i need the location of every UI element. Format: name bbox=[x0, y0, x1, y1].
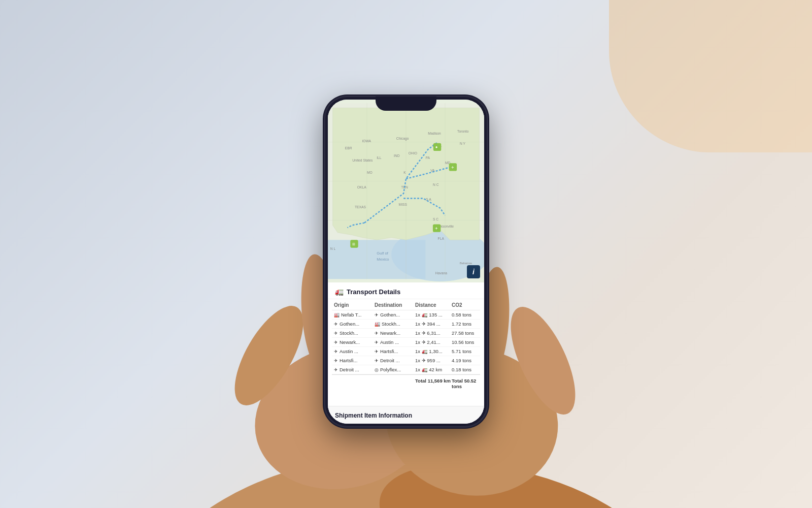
svg-text:K: K bbox=[403, 171, 406, 174]
map-info-button[interactable]: i bbox=[467, 265, 480, 278]
cell-co2-1: 0.58 tons bbox=[452, 312, 482, 318]
cell-origin-3: ✈ Stockh... bbox=[334, 330, 375, 336]
col-co2: CO2 bbox=[452, 302, 482, 308]
phone: EBR IOWA Chicago Madison Detr... Toronto… bbox=[325, 97, 487, 427]
svg-text:N C: N C bbox=[433, 183, 439, 186]
cell-co2-5: 5.71 tons bbox=[452, 348, 482, 354]
cell-dist-1: 1x 🚛 135 ... bbox=[415, 312, 452, 318]
origin-icon-6: ✈ bbox=[334, 358, 338, 363]
svg-text:EBR: EBR bbox=[345, 146, 352, 150]
origin-icon-5: ✈ bbox=[334, 349, 338, 354]
cell-dist-6: 1x ✈ 959 ... bbox=[415, 358, 452, 363]
cell-dist-7: 1x 🚛 42 km bbox=[415, 367, 452, 372]
cell-dest-3: ✈ Newark... bbox=[375, 330, 415, 336]
dest-icon-7: ◎ bbox=[375, 367, 379, 372]
cell-co2-3: 27.58 tons bbox=[452, 330, 482, 336]
cell-origin-2: ✈ Gothen... bbox=[334, 321, 375, 327]
table-row: ✈ Gothen... 🏭 Stockh... 1x ✈ 394 ... bbox=[332, 320, 480, 329]
dest-icon-6: ✈ bbox=[375, 358, 379, 363]
svg-text:FLA: FLA bbox=[438, 237, 445, 240]
total-distance: Total 11,569 km bbox=[415, 378, 452, 389]
transport-header-icon: 🚛 bbox=[335, 288, 344, 296]
svg-text:●: ● bbox=[435, 145, 438, 149]
col-distance: Distance bbox=[415, 302, 452, 308]
svg-text:OHIO: OHIO bbox=[409, 151, 417, 155]
svg-text:S C: S C bbox=[433, 217, 438, 221]
svg-text:N L: N L bbox=[330, 247, 336, 250]
cell-origin-6: ✈ Hartsfi... bbox=[334, 358, 375, 363]
cell-dest-6: ✈ Detroit ... bbox=[375, 358, 415, 363]
table-row: ✈ Austin ... ✈ Hartsfi... 1x 🚛 1,30... bbox=[332, 347, 480, 356]
svg-text:⊞: ⊞ bbox=[352, 242, 355, 246]
map-area: EBR IOWA Chicago Madison Detr... Toronto… bbox=[328, 100, 484, 282]
table-row: ✈ Hartsfi... ✈ Detroit ... 1x ✈ 959 ... bbox=[332, 356, 480, 365]
map-svg: EBR IOWA Chicago Madison Detr... Toronto… bbox=[328, 100, 484, 282]
table-row: ✈ Detroit ... ◎ Polyflex... 1x 🚛 42 km bbox=[332, 365, 480, 374]
origin-icon-7: ✈ bbox=[334, 367, 338, 372]
phone-notch bbox=[376, 97, 436, 111]
phone-screen: EBR IOWA Chicago Madison Detr... Toronto… bbox=[328, 100, 484, 424]
svg-text:Chicago: Chicago bbox=[396, 137, 409, 141]
cell-origin-7: ✈ Detroit ... bbox=[334, 367, 375, 372]
col-destination: Destination bbox=[375, 302, 415, 308]
cell-origin-5: ✈ Austin ... bbox=[334, 348, 375, 354]
svg-text:MO: MO bbox=[367, 171, 373, 174]
cell-dist-3: 1x ✈ 6,31... bbox=[415, 330, 452, 336]
cell-dist-5: 1x 🚛 1,30... bbox=[415, 348, 452, 354]
table-row: ✈ Stockh... ✈ Newark... 1x ✈ 6,31... bbox=[332, 329, 480, 338]
table-row: ✈ Newark... ✈ Austin ... 1x ✈ 2,41... bbox=[332, 338, 480, 347]
transport-header: 🚛 Transport Details bbox=[328, 282, 484, 299]
info-icon: i bbox=[472, 268, 475, 276]
cell-dist-4: 1x ✈ 2,41... bbox=[415, 339, 452, 345]
cell-dist-2: 1x ✈ 394 ... bbox=[415, 321, 452, 327]
origin-icon-3: ✈ bbox=[334, 331, 338, 336]
table-row: 🏭 Nefab T... ✈ Gothen... 1x 🚛 135 ... bbox=[332, 310, 480, 320]
svg-text:MISS: MISS bbox=[399, 203, 408, 206]
cell-origin-4: ✈ Newark... bbox=[334, 339, 375, 345]
transport-header-text: Transport Details bbox=[347, 288, 400, 296]
cell-co2-7: 0.18 tons bbox=[452, 367, 482, 372]
transport-panel: 🚛 Transport Details Origin Destination D… bbox=[328, 282, 484, 424]
svg-text:PA: PA bbox=[426, 156, 430, 160]
cell-co2-4: 10.56 tons bbox=[452, 339, 482, 345]
dest-icon-1: ✈ bbox=[375, 312, 379, 318]
dest-icon-5: ✈ bbox=[375, 349, 379, 354]
svg-text:Madison: Madison bbox=[428, 132, 441, 135]
svg-text:OKLA: OKLA bbox=[357, 185, 366, 189]
phone-body: EBR IOWA Chicago Madison Detr... Toronto… bbox=[325, 97, 487, 427]
svg-text:IND: IND bbox=[394, 154, 400, 157]
svg-text:N Y: N Y bbox=[460, 142, 466, 145]
svg-text:Gulf of: Gulf of bbox=[377, 251, 389, 256]
svg-text:Toronto: Toronto bbox=[457, 130, 469, 133]
cell-co2-6: 4.19 tons bbox=[452, 358, 482, 363]
svg-text:✈: ✈ bbox=[451, 166, 454, 169]
svg-text:✈: ✈ bbox=[435, 227, 438, 230]
shipment-footer-text: Shipment Item Information bbox=[335, 412, 412, 419]
dest-icon-4: ✈ bbox=[375, 340, 379, 345]
dest-icon-2: 🏭 bbox=[375, 322, 380, 327]
svg-text:ILL: ILL bbox=[377, 156, 382, 160]
svg-text:TEXAS: TEXAS bbox=[355, 205, 366, 209]
origin-icon-1: 🏭 bbox=[334, 312, 340, 318]
origin-icon-2: ✈ bbox=[334, 322, 338, 327]
table-total-row: Total 11,569 km Total 50.52 tons bbox=[332, 374, 480, 392]
dest-icon-3: ✈ bbox=[375, 331, 379, 336]
scene-wrapper: EBR IOWA Chicago Madison Detr... Toronto… bbox=[0, 0, 812, 508]
total-label bbox=[334, 378, 375, 389]
cell-co2-2: 1.72 tons bbox=[452, 321, 482, 327]
cell-dest-4: ✈ Austin ... bbox=[375, 339, 415, 345]
total-empty bbox=[375, 378, 415, 389]
cell-origin-1: 🏭 Nefab T... bbox=[334, 312, 375, 318]
svg-text:United States: United States bbox=[352, 158, 373, 162]
svg-text:IOWA: IOWA bbox=[362, 139, 371, 143]
total-co2: Total 50.52 tons bbox=[452, 378, 482, 389]
origin-icon-4: ✈ bbox=[334, 340, 338, 345]
col-origin: Origin bbox=[334, 302, 375, 308]
transport-table: Origin Destination Distance CO2 🏭 Nefab … bbox=[328, 299, 484, 406]
shipment-footer: Shipment Item Information bbox=[328, 406, 484, 424]
cell-dest-7: ◎ Polyflex... bbox=[375, 367, 415, 372]
table-header-row: Origin Destination Distance CO2 bbox=[332, 299, 480, 310]
svg-text:Mexico: Mexico bbox=[377, 257, 389, 262]
svg-text:Havana: Havana bbox=[435, 271, 447, 275]
cell-dest-5: ✈ Hartsfi... bbox=[375, 348, 415, 354]
